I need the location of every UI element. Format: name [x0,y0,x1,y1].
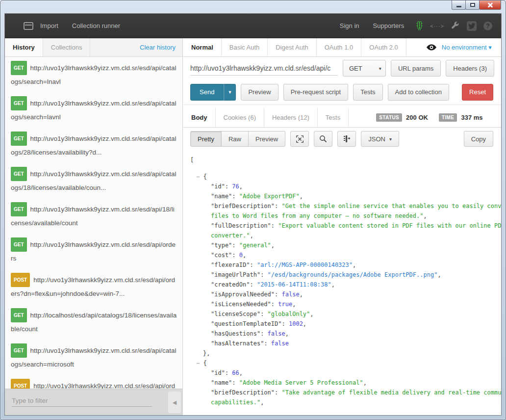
sidebar-collapse-handle[interactable]: ◀ [168,392,181,413]
code-brackets-icon[interactable]: <···> [430,23,444,29]
json-line: − { [183,172,501,182]
tab-normal[interactable]: Normal [183,38,222,56]
minimize-button[interactable] [452,0,466,10]
send-split-button: Send ▼ [190,84,236,101]
json-token: "hasQuestions" [211,330,260,337]
json-line: "name": "Adobe Media Server 5 Profession… [183,378,501,388]
preview-button[interactable]: Preview [241,84,278,101]
history-item[interactable]: GEThttp://uvo1y3lrhawskk9yizz.vm.cld.sr/… [5,163,182,198]
collapse-toggle[interactable]: − [196,360,203,367]
json-line: "questionTemplateID": 1002, [183,319,501,329]
wrench-icon[interactable] [451,22,460,30]
history-list: GEThttp://uvo1y3lrhawskk9yizz.vm.cld.sr/… [5,57,182,389]
view-mode-pretty[interactable]: Pretty [190,131,222,147]
maximize-button[interactable] [465,0,480,10]
view-mode-preview[interactable]: Preview [248,131,285,147]
json-token: "isApprovalNeeded" [211,291,275,298]
format-button[interactable] [337,131,356,147]
history-item[interactable]: POSThttp://uvo1y3lrhawskk9yizz.vm.cld.sr… [5,375,182,389]
headers-button[interactable]: Headers (3) [446,60,494,77]
pre-request-script-button[interactable]: Pre-request script [283,84,349,101]
history-item[interactable]: GEThttp://uvo1y3lrhawskk9yizz.vm.cld.sr/… [5,128,182,163]
sign-in-button[interactable]: Sign in [333,22,366,29]
url-params-button[interactable]: URL params [391,60,441,77]
tab-oauth-2-0[interactable]: OAuth 2.0 [361,38,406,56]
request-url: http://uvo1y3lrhawskk9yizz.vm.cld.sr/esd… [11,241,176,262]
json-token: "briefDescription" [211,389,275,396]
collection-runner-button[interactable]: Collection runner [65,22,127,29]
supporters-button[interactable]: Supporters [366,22,411,29]
clear-history-link[interactable]: Clear history [140,38,182,56]
history-item[interactable]: GEThttp://uvo1y3lrhawskk9yizz.vm.cld.sr/… [5,92,182,128]
tab-history[interactable]: History [5,38,43,56]
search-button[interactable] [314,131,332,147]
json-token: "createdOn" [211,281,250,288]
status-badge: STATUS [376,113,402,122]
filter-input[interactable] [12,395,152,407]
json-token: : [260,271,267,278]
json-token: : [232,193,239,200]
view-mode-raw[interactable]: Raw [221,131,249,147]
request-url: http://uvo1y3lrhawskk9yizz.vm.cld.sr/esd… [11,170,176,191]
method-select[interactable]: GET▾ [343,60,386,77]
json-token: "fullDescription" [211,222,271,229]
json-line: "isApprovalNeeded": false, [183,289,501,299]
history-item[interactable]: GEThttp://localhost/esd/api/catalogs/18/… [5,304,182,340]
expand-button[interactable] [290,131,309,147]
add-to-collection-button[interactable]: Add to collection [388,84,449,101]
filter-bar: ◀ [5,389,182,415]
tab-oauth-1-0[interactable]: OAuth 1.0 [317,38,362,56]
json-token: "Take advantage of flexible media delive… [282,389,502,396]
json-token: true [278,301,292,308]
traffic-light-icon[interactable] [416,21,423,31]
send-button[interactable]: Send [190,84,224,101]
json-token: false [282,291,300,298]
history-item[interactable]: GEThttp://uvo1y3lrhawskk9yizz.vm.cld.sr/… [5,57,182,92]
json-token: "questionTemplateID" [211,320,282,327]
tab-basic-auth[interactable]: Basic Auth [222,38,268,56]
format-select[interactable]: JSON▾ [361,131,399,147]
history-item[interactable]: GEThttp://uvo1y3lrhawskk9yizz.vm.cld.sr/… [5,234,182,269]
eye-icon[interactable] [426,44,437,51]
close-button[interactable] [479,0,501,10]
response-tab-body[interactable]: Body [183,108,216,127]
chevron-down-icon: ▾ [389,136,392,142]
json-line: [ [183,155,501,165]
collections-drawer-icon[interactable] [24,22,33,30]
sidebar-tabs: History Collections Clear history [5,38,182,57]
method-badge: POST [11,379,30,389]
response-tab-headers-12[interactable]: Headers (12) [264,108,318,127]
window-controls [452,0,501,10]
json-token: false [268,330,285,337]
json-token: : [225,183,232,190]
response-tab-cookies-6[interactable]: Cookies (6) [216,108,264,127]
json-token: , [239,183,243,190]
environment-selector[interactable]: No environment ▾ [442,44,492,51]
reset-button[interactable]: Reset [462,84,493,101]
tests-button[interactable]: Tests [353,84,382,101]
history-item[interactable]: GEThttp://uvo1y3lrhawskk9yizz.vm.cld.sr/… [5,198,182,234]
response-tab-tests[interactable]: Tests [318,108,349,127]
request-url-input[interactable] [190,61,338,76]
twitter-icon[interactable] [467,21,477,31]
json-token: false [271,340,289,347]
json-token: , [243,252,246,259]
search-icon [319,135,327,143]
json-token: 76 [232,183,239,190]
collapse-toggle[interactable]: − [196,173,203,180]
copy-button[interactable]: Copy [464,131,493,147]
history-item[interactable]: GEThttp://uvo1y3lrhawskk9yizz.vm.cld.sr/… [5,340,182,375]
request-url: http://uvo1y3lrhawskk9yizz.vm.cld.sr/esd… [11,276,175,297]
json-token: , [363,379,367,386]
json-line: }, [183,348,501,358]
tab-collections[interactable]: Collections [43,38,91,56]
json-token: : [250,262,256,268]
help-icon[interactable]: ? [483,22,492,30]
tab-digest-auth[interactable]: Digest Auth [268,38,317,56]
json-token: "flexeraID" [211,262,250,268]
history-item[interactable]: POSThttp://uvo1y3lrhawskk9yizz.vm.cld.sr… [5,269,182,304]
import-button[interactable]: Import [33,22,65,29]
send-dropdown-button[interactable]: ▼ [224,84,236,101]
json-token: , [423,212,427,219]
json-token: [ [190,157,194,163]
